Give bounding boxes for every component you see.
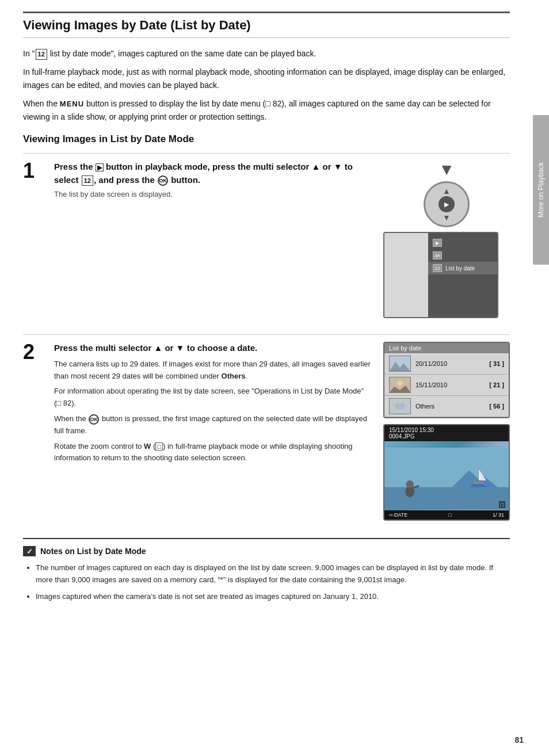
count-3: [ 56 ] (489, 403, 504, 410)
date-2: 15/11/2010 (415, 381, 489, 388)
menu-item-play: ▶ (428, 236, 497, 249)
up-arrow: ▲ (443, 186, 451, 196)
notes-title: ✓ Notes on List by Date Mode (23, 546, 510, 556)
list-by-date-icon: 12 (36, 49, 47, 60)
step-2: 2 Press the multi selector ▲ or ▼ to cho… (23, 334, 510, 521)
footer-mid: □ (448, 512, 451, 518)
menu-sidebar: ▶ AR 12 List by date (428, 233, 497, 317)
ar-icon: AR (433, 251, 442, 259)
notes-list: The number of images captured on each da… (23, 562, 510, 602)
step-1-text: Press the ▶ button in playback mode, pre… (54, 161, 372, 323)
section-heading: Viewing Images in List by Date Mode (23, 133, 510, 145)
thumb-1 (389, 356, 411, 372)
listbydate-row-2: 15/11/2010 [ 21 ] (384, 375, 509, 396)
fullframe-svg (384, 447, 509, 510)
ok-btn: OK (158, 175, 168, 186)
step-2-detail-2: For information about operating the list… (54, 385, 372, 410)
step-2-detail-3: When the OK button is pressed, the first… (54, 413, 372, 437)
step-2-header: Press the multi selector ▲ or ▼ to choos… (54, 342, 372, 355)
notes-section: ✓ Notes on List by Date Mode The number … (23, 538, 510, 602)
thumb-img-3 (390, 399, 410, 414)
thumb-2 (389, 377, 411, 393)
screen-content: ▶ AR 12 List by date (384, 233, 497, 317)
note-item-2: Images captured when the camera’s date i… (36, 591, 510, 603)
steps-container: 1 Press the ▶ button in playback mode, p… (23, 153, 510, 521)
intro-para2: In full-frame playback mode, just as wit… (23, 66, 510, 91)
listbydate-screen: List by date (383, 342, 510, 418)
step-2-detail-4: Rotate the zoom control to W (□) in full… (54, 441, 372, 465)
count-1: [ 31 ] (489, 360, 504, 367)
camera-menu-screen: ▶ AR 12 List by date (383, 232, 498, 318)
down-arrow: ▼ (443, 213, 451, 222)
notes-heading: Notes on List by Date Mode (40, 547, 146, 556)
svg-rect-8 (384, 487, 509, 510)
page-number: 81 (514, 735, 524, 744)
intro-para1: In "12 list by date mode", images captur… (23, 47, 510, 60)
zoom-icon: □ (155, 442, 163, 450)
fullframe-date: 15/11/2010 15:30 (389, 427, 434, 433)
step-2-text: Press the multi selector ▲ or ▼ to choos… (54, 342, 372, 521)
fullframe-header: 15/11/2010 15:30 0004.JPG (384, 425, 509, 441)
svg-rect-11 (474, 482, 484, 484)
step-2-detail-1: The camera lists up to 29 dates. If imag… (54, 358, 372, 383)
sidebar-label: More on Playback (537, 162, 545, 217)
main-content: Viewing Images by Date (List by Date) In… (0, 0, 533, 756)
multi-selector: ▲ ▶ ▼ (424, 181, 470, 227)
thumb-img-1 (390, 356, 410, 371)
step-1-number: 1 (23, 161, 48, 323)
listbydate-header: List by date (384, 343, 509, 353)
svg-rect-6 (395, 403, 405, 409)
thumb-3 (389, 398, 411, 414)
step-1-sub: The list by date screen is displayed. (54, 190, 372, 198)
thumb-img-2 (390, 377, 410, 392)
list-by-date-menu-label: List by date (445, 265, 475, 272)
listbydate-row-1: 20/11/2010 [ 31 ] (384, 353, 509, 375)
step-2-content-row: Press the multi selector ▲ or ▼ to choos… (54, 342, 510, 521)
frame-icon: □ (499, 501, 505, 508)
date-1: 20/11/2010 (415, 360, 489, 367)
step-2-number: 2 (23, 342, 48, 521)
menu-item-12: 12 List by date (428, 262, 497, 274)
intro-para3: When the MENU button is pressed to displ… (23, 97, 510, 123)
down-arrow-big: ▼ (439, 161, 455, 179)
play-icon: ▶ (433, 239, 442, 247)
footer-left: ‹‹-DATE (389, 512, 407, 518)
listbydate-row-3: Others [ 56 ] (384, 396, 509, 417)
playback-btn-icon: ▶ (96, 163, 104, 171)
12-icon: 12 (82, 175, 93, 186)
ok-center: ▶ (439, 196, 455, 212)
menu-icon: MENU (60, 98, 84, 110)
note-item-1: The number of images captured on each da… (36, 562, 510, 586)
footer-right: 1/ 31 (493, 512, 504, 518)
12-menu-icon: 12 (433, 264, 442, 272)
step-2-body: Press the multi selector ▲ or ▼ to choos… (54, 342, 510, 521)
fullframe-file: 0004.JPG (389, 433, 414, 440)
sidebar-tab: More on Playback (533, 115, 549, 265)
step-1-image: ▼ ▲ ▶ ▼ (383, 161, 510, 323)
fullframe-screen: 15/11/2010 15:30 0004.JPG (383, 424, 510, 521)
step-1-body: Press the ▶ button in playback mode, pre… (54, 161, 510, 323)
step-2-images: List by date (383, 342, 510, 521)
count-2: [ 21 ] (489, 381, 504, 388)
svg-point-3 (397, 380, 403, 386)
step-1-content-row: Press the ▶ button in playback mode, pre… (54, 161, 510, 323)
step-1: 1 Press the ▶ button in playback mode, p… (23, 153, 510, 323)
step-1-header: Press the ▶ button in playback mode, pre… (54, 161, 372, 186)
notes-icon: ✓ (23, 546, 36, 556)
menu-item-ar: AR (428, 249, 497, 262)
selector-illustration: ▼ ▲ ▶ ▼ (383, 161, 510, 232)
fullframe-footer: ‹‹-DATE □ 1/ 31 (384, 510, 509, 520)
page-title: Viewing Images by Date (List by Date) (23, 12, 510, 38)
ok-btn-2: OK (89, 414, 99, 425)
fullframe-image: □ (384, 441, 509, 510)
date-3: Others (415, 403, 489, 410)
